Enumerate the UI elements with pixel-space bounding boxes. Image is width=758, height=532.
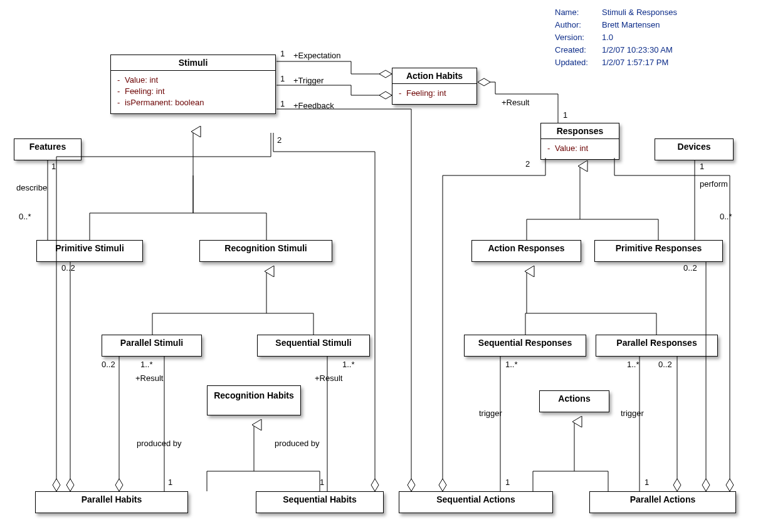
class-responses: Responses Value: int — [540, 123, 619, 160]
mult: 1 — [505, 477, 510, 487]
meta-updated-value: 1/2/07 1:57:17 PM — [602, 56, 668, 69]
class-title: Recognition Stimuli — [200, 241, 332, 256]
class-title: Actions — [540, 391, 609, 406]
meta-created-label: Created: — [555, 44, 602, 56]
class-title: Recognition Habits — [208, 386, 300, 404]
class-sequential-responses: Sequential Responses — [464, 335, 586, 357]
class-title: Stimuli — [111, 55, 275, 71]
class-actions: Actions — [539, 390, 609, 412]
class-title: Sequential Responses — [465, 335, 586, 350]
class-recognition-stimuli: Recognition Stimuli — [199, 240, 332, 262]
meta-updated-label: Updated: — [555, 56, 602, 69]
class-attrs: Value: int Feeling: int isPermanent: boo… — [111, 71, 275, 113]
mult: 1 — [280, 99, 285, 108]
attr: Value: int — [117, 75, 269, 86]
assoc-produced-by: produced by — [137, 439, 182, 448]
assoc-describe: describe — [16, 183, 47, 192]
class-title: Action Habits — [392, 68, 476, 84]
class-title: Sequential Stimuli — [258, 335, 369, 350]
meta-author-value: Brett Martensen — [602, 19, 660, 31]
attr: Feeling: int — [117, 86, 269, 97]
mult: 1..* — [505, 360, 518, 369]
mult: 1..* — [627, 360, 640, 369]
class-title: Responses — [541, 123, 619, 139]
class-title: Primitive Stimuli — [37, 241, 142, 256]
role-expectation: +Expectation — [293, 51, 341, 60]
mult: 2 — [277, 135, 282, 145]
class-parallel-stimuli: Parallel Stimuli — [102, 335, 202, 357]
mult: 1 — [51, 162, 56, 171]
attr: Value: int — [547, 143, 613, 154]
class-sequential-habits: Sequential Habits — [256, 491, 384, 513]
assoc-perform: perform — [700, 179, 728, 189]
mult: 0..2 — [658, 360, 672, 369]
uml-diagram: Name:Stimuli & Responses Author:Brett Ma… — [0, 0, 758, 532]
mult: 2 — [525, 159, 530, 169]
meta-name-value: Stimuli & Responses — [602, 6, 677, 19]
class-title: Devices — [655, 139, 733, 154]
assoc-trigger: trigger — [479, 409, 502, 418]
mult: 0..2 — [102, 360, 115, 369]
mult: 1 — [168, 477, 172, 487]
role-result: +Result — [135, 373, 163, 383]
assoc-trigger: trigger — [621, 409, 644, 418]
class-title: Features — [14, 139, 81, 154]
mult: 1 — [280, 74, 285, 83]
class-title: Parallel Stimuli — [102, 335, 201, 350]
role-result: +Result — [502, 98, 529, 107]
class-parallel-habits: Parallel Habits — [35, 491, 188, 513]
meta-version-label: Version: — [555, 31, 602, 44]
mult: 1 — [645, 477, 649, 487]
role-trigger: +Trigger — [293, 76, 324, 85]
mult: 1..* — [140, 360, 153, 369]
role-result: +Result — [315, 373, 342, 383]
class-title: Action Responses — [472, 241, 581, 256]
attr: isPermanent: boolean — [117, 97, 269, 108]
meta-created-value: 1/2/07 10:23:30 AM — [602, 44, 673, 56]
class-sequential-actions: Sequential Actions — [399, 491, 553, 513]
assoc-produced-by: produced by — [275, 439, 320, 448]
mult: 1..* — [342, 360, 355, 369]
mult: 1 — [563, 110, 567, 120]
mult: 0..* — [720, 212, 732, 221]
class-features: Features — [14, 138, 82, 160]
class-devices: Devices — [655, 138, 734, 160]
class-attrs: Value: int — [541, 139, 619, 159]
class-stimuli: Stimuli Value: int Feeling: int isPerman… — [110, 55, 276, 114]
class-title: Primitive Responses — [595, 241, 722, 256]
class-title: Parallel Habits — [36, 492, 187, 507]
diagram-metadata: Name:Stimuli & Responses Author:Brett Ma… — [555, 6, 677, 69]
class-sequential-stimuli: Sequential Stimuli — [257, 335, 370, 357]
meta-name-label: Name: — [555, 6, 602, 19]
mult: 0..* — [19, 212, 31, 221]
class-title: Parallel Responses — [596, 335, 717, 350]
role-feedback: +Feedback — [293, 101, 334, 110]
mult: 1 — [320, 477, 324, 487]
class-attrs: Feeling: int — [392, 84, 476, 104]
class-primitive-responses: Primitive Responses — [594, 240, 723, 262]
class-parallel-actions: Parallel Actions — [589, 491, 736, 513]
class-title: Sequential Actions — [399, 492, 552, 507]
class-recognition-habits: Recognition Habits — [207, 385, 301, 415]
attr: Feeling: int — [399, 88, 470, 99]
mult: 0..2 — [683, 263, 697, 273]
class-primitive-stimuli: Primitive Stimuli — [36, 240, 143, 262]
class-action-habits: Action Habits Feeling: int — [392, 68, 477, 105]
class-parallel-responses: Parallel Responses — [596, 335, 718, 357]
class-title: Sequential Habits — [256, 492, 383, 507]
mult: 0..2 — [61, 263, 75, 273]
mult: 1 — [280, 49, 285, 58]
class-title: Parallel Actions — [590, 492, 735, 507]
meta-author-label: Author: — [555, 19, 602, 31]
meta-version-value: 1.0 — [602, 31, 613, 44]
mult: 1 — [700, 162, 704, 171]
class-action-responses: Action Responses — [471, 240, 581, 262]
